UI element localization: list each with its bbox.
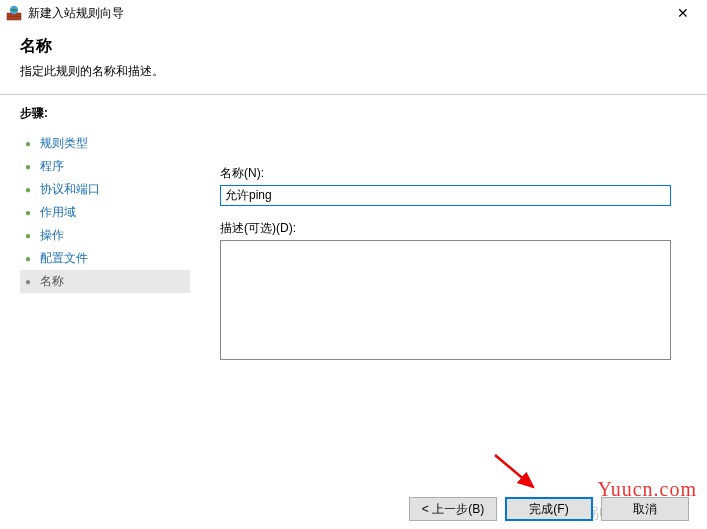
bullet-icon: ● (22, 184, 34, 195)
sidebar-item-action[interactable]: ●操作 (20, 224, 190, 247)
steps-label: 步骤: (20, 105, 190, 122)
sidebar-item-scope[interactable]: ●作用域 (20, 201, 190, 224)
sidebar-item-rule-type[interactable]: ●规则类型 (20, 132, 190, 155)
bullet-icon: ● (22, 253, 34, 264)
name-label: 名称(N): (220, 165, 671, 182)
close-icon: ✕ (677, 5, 689, 21)
sidebar-item-label: 配置文件 (40, 250, 88, 267)
sidebar-item-label: 名称 (40, 273, 64, 290)
back-button[interactable]: < 上一步(B) (409, 497, 497, 521)
footer-buttons: < 上一步(B) 完成(F) 取消 (409, 497, 689, 521)
description-input[interactable] (220, 240, 671, 360)
sidebar-item-program[interactable]: ●程序 (20, 155, 190, 178)
bullet-icon: ● (22, 276, 34, 287)
sidebar-item-label: 协议和端口 (40, 181, 100, 198)
title-bar: 新建入站规则向导 ✕ (0, 0, 707, 26)
close-button[interactable]: ✕ (665, 1, 701, 25)
page-subtitle: 指定此规则的名称和描述。 (20, 63, 687, 80)
sidebar-item-label: 规则类型 (40, 135, 88, 152)
firewall-icon (6, 5, 22, 21)
bullet-icon: ● (22, 207, 34, 218)
bullet-icon: ● (22, 138, 34, 149)
cancel-button[interactable]: 取消 (601, 497, 689, 521)
window-title: 新建入站规则向导 (28, 5, 665, 22)
main-panel: 名称(N): 描述(可选)(D): (190, 95, 707, 485)
sidebar: 步骤: ●规则类型 ●程序 ●协议和端口 ●作用域 ●操作 ●配置文件 ●名称 (0, 95, 190, 485)
description-label: 描述(可选)(D): (220, 220, 671, 237)
name-input[interactable] (220, 185, 671, 206)
sidebar-item-label: 操作 (40, 227, 64, 244)
page-title: 名称 (20, 36, 687, 57)
bullet-icon: ● (22, 161, 34, 172)
header: 名称 指定此规则的名称和描述。 (0, 26, 707, 94)
content: 步骤: ●规则类型 ●程序 ●协议和端口 ●作用域 ●操作 ●配置文件 ●名称 … (0, 95, 707, 485)
sidebar-item-label: 程序 (40, 158, 64, 175)
sidebar-item-profile[interactable]: ●配置文件 (20, 247, 190, 270)
sidebar-item-label: 作用域 (40, 204, 76, 221)
steps-list: ●规则类型 ●程序 ●协议和端口 ●作用域 ●操作 ●配置文件 ●名称 (20, 132, 190, 293)
sidebar-item-name[interactable]: ●名称 (20, 270, 190, 293)
sidebar-item-protocol[interactable]: ●协议和端口 (20, 178, 190, 201)
finish-button[interactable]: 完成(F) (505, 497, 593, 521)
bullet-icon: ● (22, 230, 34, 241)
